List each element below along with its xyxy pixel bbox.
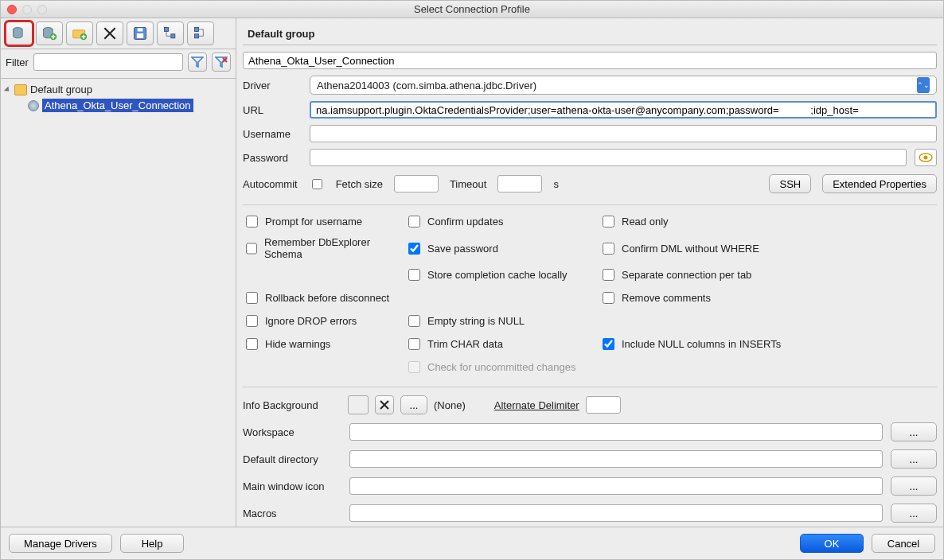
window-close-icon[interactable] [7, 5, 17, 14]
driver-select[interactable]: Athena2014003 (com.simba.athena.jdbc.Dri… [310, 76, 937, 95]
trim-char-checkbox[interactable]: Trim CHAR data [405, 336, 596, 352]
new-folder-button[interactable] [66, 21, 93, 45]
workspace-browse-button[interactable]: ... [891, 422, 937, 441]
svg-rect-9 [171, 34, 175, 38]
info-background-swatch[interactable] [348, 395, 369, 414]
disclosure-triangle-icon[interactable] [4, 86, 11, 93]
expand-tree-icon [162, 25, 178, 41]
clear-bg-button[interactable] [375, 395, 394, 414]
copy-profile-button[interactable] [36, 21, 63, 45]
confirm-updates-checkbox[interactable]: Confirm updates [405, 213, 596, 230]
new-profile-button[interactable] [6, 21, 33, 45]
info-background-none: (None) [434, 399, 466, 411]
workspace-input[interactable] [349, 423, 883, 441]
save-password-checkbox[interactable]: Save password [405, 236, 596, 260]
eye-icon [919, 153, 933, 162]
profile-name-input[interactable] [243, 52, 937, 69]
password-label: Password [243, 152, 302, 164]
show-password-button[interactable] [915, 149, 937, 166]
driver-label: Driver [243, 80, 302, 91]
autocommit-label: Autocommit [243, 178, 298, 190]
remove-comments-checkbox[interactable]: Remove comments [599, 290, 838, 306]
svg-rect-7 [138, 28, 143, 31]
window-title: Select Connection Profile [7, 3, 937, 15]
main-icon-label: Main window icon [243, 480, 341, 492]
driver-value: Athena2014003 (com.simba.athena.jdbc.Dri… [317, 80, 536, 91]
macros-label: Macros [243, 508, 341, 519]
confirm-dml-checkbox[interactable]: Confirm DML without WHERE [599, 236, 838, 260]
filter-label: Filter [6, 56, 29, 68]
ok-button[interactable]: OK [800, 534, 864, 553]
hide-warnings-checkbox[interactable]: Hide warnings [243, 336, 402, 352]
prompt-username-checkbox[interactable]: Prompt for username [243, 213, 402, 230]
svg-rect-11 [195, 34, 199, 38]
username-input[interactable] [310, 125, 937, 142]
filter-input[interactable] [33, 53, 183, 71]
choose-bg-button[interactable]: ... [400, 395, 427, 414]
collapse-all-button[interactable] [187, 21, 214, 45]
fetch-size-input[interactable] [394, 175, 439, 192]
main-icon-browse-button[interactable]: ... [891, 476, 937, 496]
username-label: Username [243, 128, 302, 140]
funnel-icon [191, 56, 204, 68]
folder-icon [14, 84, 27, 95]
fetch-size-label: Fetch size [336, 178, 383, 190]
macros-input[interactable] [349, 504, 883, 522]
timeout-input[interactable] [497, 175, 542, 192]
alternate-delimiter-input[interactable] [586, 396, 621, 414]
dropdown-caret-icon: ⌃⌄ [917, 77, 930, 93]
url-input[interactable] [310, 101, 937, 119]
database-icon [28, 100, 39, 111]
default-dir-input[interactable] [349, 450, 883, 468]
folder-add-icon [72, 25, 88, 41]
default-dir-browse-button[interactable]: ... [891, 449, 937, 469]
profile-label: Athena_Okta_User_Connection [42, 99, 193, 112]
rollback-checkbox[interactable]: Rollback before disconnect [243, 290, 402, 306]
tree-group-row[interactable]: Default group [1, 82, 236, 97]
svg-rect-6 [137, 33, 143, 38]
delete-profile-button[interactable] [96, 21, 123, 45]
password-input[interactable] [310, 149, 907, 166]
store-cache-checkbox[interactable]: Store completion cache locally [405, 266, 596, 283]
db-copy-icon [41, 25, 57, 41]
x-icon [379, 399, 390, 410]
remember-schema-checkbox[interactable]: Remember DbExplorer Schema [243, 236, 402, 260]
main-icon-input[interactable] [349, 477, 883, 495]
manage-drivers-button[interactable]: Manage Drivers [9, 534, 112, 553]
default-dir-label: Default directory [243, 453, 341, 465]
cancel-button[interactable]: Cancel [872, 534, 935, 553]
extended-properties-button[interactable]: Extended Properties [822, 174, 937, 193]
db-add-icon [11, 25, 27, 41]
collapse-tree-icon [193, 25, 209, 41]
autocommit-checkbox[interactable] [312, 179, 322, 189]
url-label: URL [243, 104, 302, 116]
read-only-checkbox[interactable]: Read only [599, 213, 838, 230]
tree-profile-row[interactable]: Athena_Okta_User_Connection [1, 97, 236, 114]
svg-rect-10 [195, 28, 199, 32]
details-header: Default group [243, 21, 937, 45]
funnel-clear-icon [215, 56, 228, 68]
check-uncommitted-checkbox: Check for uncommitted changes [405, 359, 596, 375]
group-label: Default group [30, 84, 92, 95]
ignore-drop-checkbox[interactable]: Ignore DROP errors [243, 313, 402, 329]
ssh-button[interactable]: SSH [769, 174, 811, 193]
include-null-checkbox[interactable]: Include NULL columns in INSERTs [599, 336, 838, 352]
alternate-delimiter-label: Alternate Delimiter [494, 399, 579, 411]
help-button[interactable]: Help [120, 534, 184, 553]
window-maximize-icon [37, 5, 47, 14]
save-button[interactable] [127, 21, 154, 45]
timeout-unit: s [553, 178, 559, 190]
clear-filter-button[interactable] [212, 52, 231, 72]
macros-browse-button[interactable]: ... [891, 504, 937, 523]
delete-x-icon [102, 25, 118, 41]
info-background-label: Info Background [243, 399, 341, 411]
separate-connection-checkbox[interactable]: Separate connection per tab [599, 266, 838, 283]
svg-rect-8 [165, 28, 169, 32]
timeout-label: Timeout [450, 178, 486, 190]
workspace-label: Workspace [243, 426, 341, 438]
apply-filter-button[interactable] [188, 52, 207, 72]
empty-null-checkbox[interactable]: Empty string is NULL [405, 313, 596, 329]
expand-all-button[interactable] [157, 21, 184, 45]
save-icon [132, 25, 148, 41]
window-minimize-icon [22, 5, 32, 14]
